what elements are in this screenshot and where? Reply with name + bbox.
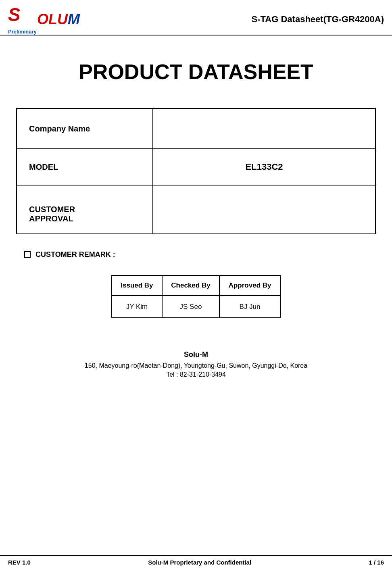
approval-table-wrapper: Issued By Checked By Approved By JY Kim … xyxy=(16,275,376,318)
customer-approval-label: CUSTOMERAPPROVAL xyxy=(17,185,153,234)
approval-table-data-row: JY Kim JS Seo BJ Jun xyxy=(112,296,280,318)
logo-solu: S xyxy=(8,4,40,28)
approved-by-value: BJ Jun xyxy=(219,296,280,318)
remark-section: CUSTOMER REMARK : xyxy=(24,250,376,259)
table-row-company: Company Name xyxy=(17,108,375,149)
company-name-label: Company Name xyxy=(17,108,153,149)
checked-by-value: JS Seo xyxy=(162,296,219,318)
approved-by-header: Approved By xyxy=(219,275,280,296)
logo-area: S OLU M Preliminary xyxy=(8,4,80,35)
main-content: PRODUCT DATASHEET Company Name MODEL EL1… xyxy=(0,35,392,402)
header-title: S-TAG Datasheet(TG-GR4200A) xyxy=(252,14,384,25)
remark-label: CUSTOMER REMARK : xyxy=(35,250,115,259)
bottom-bar: REV 1.0 Solu-M Proprietary and Confident… xyxy=(0,555,392,569)
info-table: Company Name MODEL EL133C2 CUSTOMERAPPRO… xyxy=(16,108,376,234)
page-header: S OLU M Preliminary S-TAG Datasheet(TG-G… xyxy=(0,0,392,35)
page-title: PRODUCT DATASHEET xyxy=(16,60,376,84)
bottom-confidential: Solu-M Proprietary and Confidential xyxy=(148,559,251,566)
footer-company: Solu-M xyxy=(16,350,376,359)
footer-tel: Tel : 82-31-210-3494 xyxy=(16,371,376,378)
footer-address: 150, Maeyoung-ro(Maetan-Dong), Youngtong… xyxy=(16,362,376,369)
footer-info: Solu-M 150, Maeyoung-ro(Maetan-Dong), Yo… xyxy=(16,350,376,378)
bottom-rev: REV 1.0 xyxy=(8,559,31,566)
bottom-page: 1 / 16 xyxy=(369,559,384,566)
approval-table-header-row: Issued By Checked By Approved By xyxy=(112,275,280,296)
issued-by-header: Issued By xyxy=(112,275,162,296)
issued-by-value: JY Kim xyxy=(112,296,162,318)
checked-by-header: Checked By xyxy=(162,275,219,296)
approval-table: Issued By Checked By Approved By JY Kim … xyxy=(111,275,281,318)
svg-text:S: S xyxy=(8,4,21,24)
table-row-customer-approval: CUSTOMERAPPROVAL xyxy=(17,185,375,234)
logo-preliminary: Preliminary xyxy=(8,29,37,35)
model-value: EL133C2 xyxy=(153,149,375,185)
logo-olu: OLU xyxy=(37,11,68,28)
table-row-model: MODEL EL133C2 xyxy=(17,149,375,185)
customer-approval-value xyxy=(153,185,375,234)
logo-m-text: M xyxy=(68,11,80,28)
logo-icon: S xyxy=(8,4,40,24)
logo-text: S OLU M xyxy=(8,4,80,28)
company-name-value xyxy=(153,108,375,149)
model-label: MODEL xyxy=(17,149,153,185)
remark-checkbox xyxy=(24,251,31,258)
